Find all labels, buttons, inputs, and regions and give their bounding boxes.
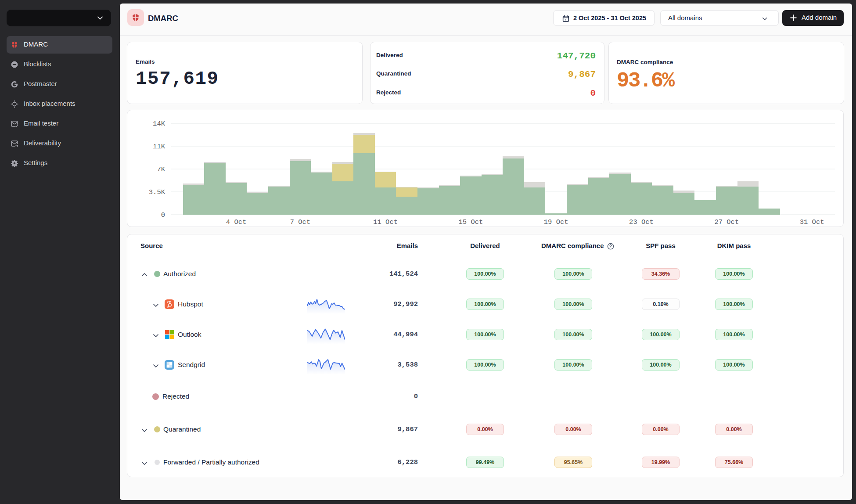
svg-text:0: 0 <box>161 211 165 219</box>
svg-text:7 Oct: 7 Oct <box>290 218 311 226</box>
svg-text:4 Oct: 4 Oct <box>226 218 247 226</box>
svg-text:11K: 11K <box>153 143 165 151</box>
svg-text:15 Oct: 15 Oct <box>458 218 483 226</box>
svg-text:31 Oct: 31 Oct <box>800 218 824 226</box>
svg-text:14K: 14K <box>153 120 165 128</box>
svg-text:3.5K: 3.5K <box>149 188 165 196</box>
svg-text:19 Oct: 19 Oct <box>544 218 568 226</box>
svg-text:7K: 7K <box>157 166 165 173</box>
svg-text:23 Oct: 23 Oct <box>629 218 654 226</box>
svg-text:11 Oct: 11 Oct <box>373 218 398 226</box>
svg-text:27 Oct: 27 Oct <box>714 218 739 226</box>
